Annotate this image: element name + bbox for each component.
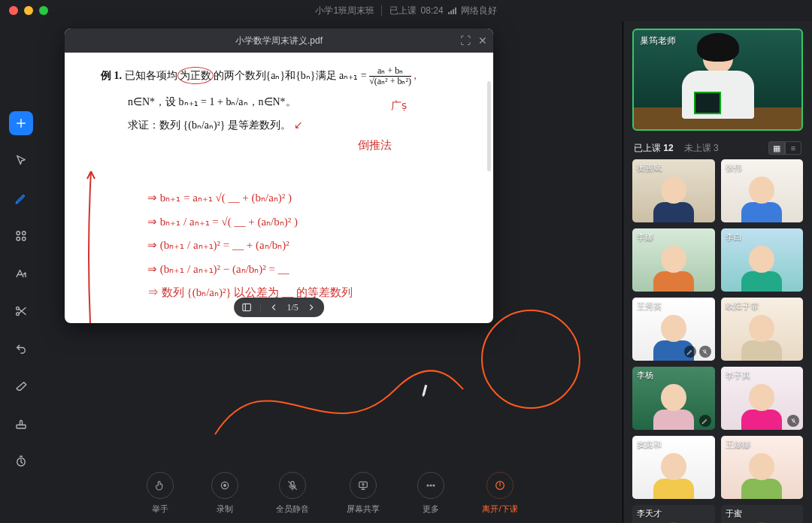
document-viewer[interactable]: 小学数学周末讲义.pdf ⛶ ✕ 例 1. 已知各项均为正数的两个数列{aₙ}和… (65, 29, 493, 323)
student-tile[interactable]: 李白 (721, 228, 804, 292)
titlebar: 小学1班周末班 │ 已上课 08:24 网络良好 (0, 0, 812, 21)
list-view-icon[interactable]: ≡ (785, 141, 801, 155)
document-title: 小学数学周末讲义.pdf (235, 35, 323, 47)
svg-point-15 (430, 485, 432, 486)
participants-panel: 巢筠老师 已上课 12 未上课 3 ▦ ≡ 衡善斌张伟李娜李白王秀英欧阳子霏李杨… (623, 21, 812, 523)
student-tile[interactable]: 李子其 (721, 367, 804, 430)
expand-icon[interactable]: ⛶ (460, 35, 471, 47)
raise-hand-button[interactable]: 举手 (147, 472, 174, 515)
student-tile[interactable]: 李天才 (632, 505, 715, 523)
signal-icon (448, 7, 456, 14)
student-avatar (733, 172, 791, 222)
student-avatar (644, 449, 702, 499)
student-tile[interactable]: 于蜜 (721, 505, 804, 523)
minimize-window-icon[interactable] (24, 6, 33, 15)
bottom-bar: 举手 录制 全员静音 屏幕共享 更多 离开/下课 (42, 463, 623, 523)
eraser-tool[interactable] (9, 374, 33, 398)
document-titlebar[interactable]: 小学数学周末讲义.pdf ⛶ ✕ (65, 29, 493, 53)
annotation-hint: 倒推法 (358, 137, 392, 154)
student-tile[interactable]: 李杨 (632, 367, 715, 430)
pen-tool[interactable] (9, 186, 33, 210)
student-tile[interactable]: 欧阳子霏 (721, 298, 804, 361)
close-icon[interactable]: ✕ (478, 35, 487, 47)
circled-text: 为正数 (177, 67, 214, 84)
student-avatar (644, 379, 702, 430)
window-controls (9, 6, 48, 15)
class-status: 已上课 (389, 5, 417, 17)
svg-rect-6 (17, 425, 26, 429)
scrollbar[interactable] (487, 81, 491, 171)
undo-tool[interactable] (9, 337, 33, 361)
participant-tabs: 已上课 12 未上课 3 ▦ ≡ (623, 137, 812, 159)
text-tool[interactable] (9, 262, 33, 286)
pen-badge-icon (684, 346, 696, 358)
share-screen-button[interactable]: 屏幕共享 (347, 472, 380, 515)
student-avatar (733, 310, 791, 361)
pointer-tool[interactable] (9, 149, 33, 173)
student-avatar (733, 518, 791, 523)
network-status: 网络良好 (461, 5, 497, 17)
student-avatar (644, 241, 702, 292)
whiteboard-stage[interactable]: 小学数学周末讲义.pdf ⛶ ✕ 例 1. 已知各项均为正数的两个数列{aₙ}和… (42, 21, 623, 523)
close-window-icon[interactable] (9, 6, 18, 15)
student-grid[interactable]: 衡善斌张伟李娜李白王秀英欧阳子霏李杨李子其窦庭和王娜娜李天才于蜜 (623, 159, 812, 523)
annotation-work: bₙ₊₁ = aₙ₊₁ √( __ + (bₙ/aₙ)² ) bₙ₊₁ / aₙ… (147, 186, 480, 305)
svg-point-1 (23, 231, 26, 235)
tab-absent[interactable]: 未上课 3 (684, 142, 719, 155)
mic-muted-badge-icon (699, 346, 711, 358)
svg-point-11 (224, 484, 226, 486)
scissors-tool[interactable] (9, 299, 33, 323)
pen-badge-icon (699, 415, 711, 427)
svg-point-2 (17, 237, 20, 241)
student-tile[interactable]: 李娜 (632, 228, 715, 292)
student-tile[interactable]: 衡善斌 (632, 159, 715, 222)
view-switch[interactable]: ▦ ≡ (768, 141, 801, 155)
svg-point-9 (482, 310, 580, 408)
teacher-name: 巢筠老师 (640, 35, 676, 47)
student-tile[interactable]: 张伟 (721, 159, 804, 222)
student-avatar (644, 518, 702, 523)
stamp-tool[interactable] (9, 412, 33, 436)
annotation-arrow (84, 165, 98, 323)
shapes-tool[interactable] (9, 224, 33, 248)
freehand-stroke (208, 307, 614, 457)
annotation-underfrac: 广ṣ (391, 98, 407, 113)
left-toolbar (0, 21, 42, 523)
svg-point-0 (17, 231, 20, 235)
svg-point-16 (433, 485, 435, 486)
teacher-avatar (677, 41, 759, 129)
document-body: 例 1. 已知各项均为正数的两个数列{aₙ}和{bₙ}满足 aₙ₊₁ = aₙ … (65, 53, 493, 323)
svg-point-14 (427, 485, 429, 486)
tab-present[interactable]: 已上课 12 (634, 142, 674, 155)
svg-point-3 (23, 237, 26, 241)
more-button[interactable]: 更多 (417, 472, 444, 515)
divider: │ (379, 5, 385, 16)
teacher-video[interactable]: 巢筠老师 (632, 29, 803, 131)
class-elapsed: 08:24 (421, 5, 444, 16)
student-tile[interactable]: 王娜娜 (721, 436, 804, 499)
fullscreen-window-icon[interactable] (39, 6, 48, 15)
mute-all-button[interactable]: 全员静音 (276, 472, 309, 515)
student-tile[interactable]: 王秀英 (632, 298, 715, 361)
add-button[interactable] (9, 111, 33, 135)
student-tile[interactable]: 窦庭和 (632, 436, 715, 499)
class-name: 小学1班周末班 (315, 5, 374, 17)
grid-view-icon[interactable]: ▦ (768, 141, 785, 155)
student-avatar (733, 449, 791, 499)
student-avatar (644, 172, 702, 222)
mic-muted-badge-icon (787, 415, 799, 427)
leave-class-button[interactable]: 离开/下课 (482, 472, 517, 515)
student-avatar (733, 379, 791, 430)
problem-number: 例 1. (101, 70, 122, 81)
record-button[interactable]: 录制 (211, 472, 238, 515)
timer-tool[interactable] (9, 449, 33, 473)
student-avatar (733, 241, 791, 292)
